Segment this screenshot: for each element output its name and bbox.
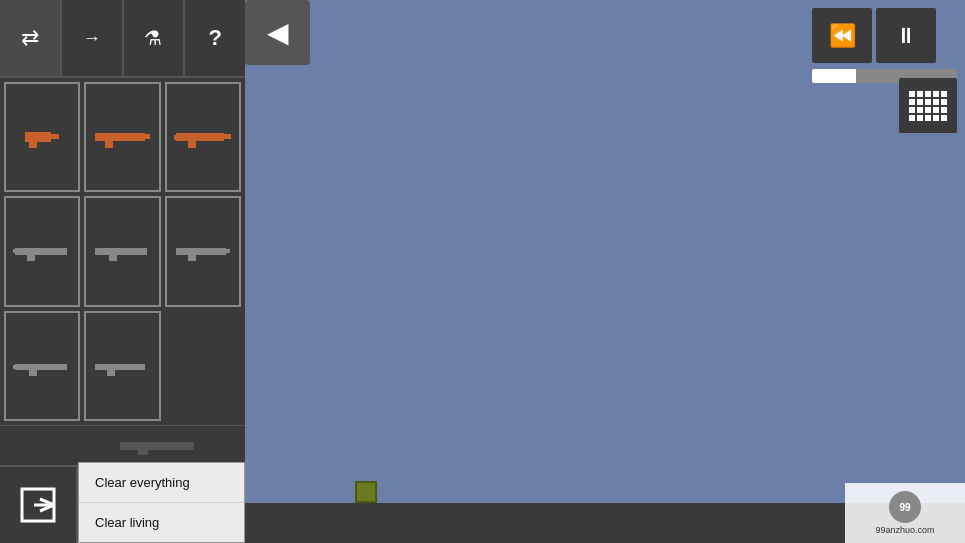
flask-icon: ⚗ — [144, 26, 162, 50]
svg-rect-20 — [13, 365, 17, 369]
svg-rect-8 — [174, 135, 179, 140]
swap-icon: ⇄ — [21, 25, 39, 51]
svg-rect-22 — [107, 370, 115, 376]
rifle-icon-1 — [93, 126, 151, 148]
swap-button[interactable]: ⇄ — [0, 0, 62, 76]
svg-rect-13 — [95, 248, 147, 255]
help-button[interactable]: ? — [185, 0, 245, 76]
grid-toggle-button[interactable] — [899, 78, 957, 133]
svg-rect-2 — [51, 134, 59, 139]
gray-gun-icon-1 — [13, 240, 71, 262]
exit-button[interactable] — [0, 467, 78, 543]
svg-rect-16 — [188, 255, 196, 261]
question-icon: ? — [208, 25, 221, 51]
svg-rect-24 — [138, 450, 148, 455]
svg-rect-14 — [109, 255, 117, 261]
weapon-slot-8[interactable] — [84, 311, 160, 421]
bottom-area: Clear everything Clear living — [0, 465, 245, 543]
watermark-logo: 99 — [889, 491, 921, 523]
watermark: 99 99anzhuo.com — [845, 483, 965, 543]
selected-gun-icon — [118, 437, 198, 455]
gray-gun-icon-5 — [93, 355, 151, 377]
gray-gun-icon-3 — [174, 240, 232, 262]
svg-rect-12 — [13, 249, 17, 253]
svg-rect-9 — [224, 134, 231, 139]
exit-icon — [20, 487, 56, 523]
svg-rect-18 — [15, 364, 67, 370]
clear-everything-button[interactable]: Clear everything — [79, 463, 244, 503]
svg-rect-19 — [29, 370, 37, 376]
weapon-slot-1[interactable] — [4, 82, 80, 192]
weapon-slot-4[interactable] — [4, 196, 80, 306]
sidebar: ⇄ → ⚗ ? — [0, 0, 245, 543]
selected-weapon-area — [0, 425, 245, 465]
svg-rect-4 — [105, 141, 113, 148]
playback-controls: ⏪ ⏸ — [812, 8, 936, 63]
svg-rect-10 — [15, 248, 67, 255]
rifle-icon-2 — [174, 126, 232, 148]
svg-rect-5 — [145, 134, 150, 139]
back-icon: ◀ — [267, 16, 289, 49]
watermark-text: 99anzhuo.com — [875, 525, 934, 535]
player-character — [355, 481, 377, 503]
weapon-slot-3[interactable] — [165, 82, 241, 192]
back-button[interactable]: ◀ — [245, 0, 310, 65]
pause-button[interactable]: ⏸ — [876, 8, 936, 63]
clear-living-button[interactable]: Clear living — [79, 503, 244, 542]
context-menu: Clear everything Clear living — [78, 462, 245, 543]
weapon-slot-6[interactable] — [165, 196, 241, 306]
svg-rect-7 — [188, 141, 196, 148]
svg-rect-11 — [27, 255, 35, 261]
rewind-button[interactable]: ⏪ — [812, 8, 872, 63]
svg-rect-0 — [25, 132, 51, 142]
gray-gun-icon-2 — [93, 240, 151, 262]
svg-rect-21 — [95, 364, 145, 370]
grid-icon — [909, 91, 947, 121]
weapon-grid — [0, 78, 245, 425]
progress-bar — [812, 69, 856, 83]
pistol-icon — [23, 126, 61, 148]
arrow-icon: → — [83, 28, 101, 49]
svg-rect-17 — [226, 249, 230, 253]
svg-rect-6 — [176, 133, 224, 141]
weapon-slot-5[interactable] — [84, 196, 160, 306]
svg-rect-23 — [120, 442, 194, 450]
arrow-button[interactable]: → — [62, 0, 124, 76]
weapon-slot-7[interactable] — [4, 311, 80, 421]
flask-button[interactable]: ⚗ — [124, 0, 186, 76]
svg-rect-1 — [29, 142, 37, 148]
svg-rect-3 — [95, 133, 145, 141]
toolbar: ⇄ → ⚗ ? — [0, 0, 245, 78]
gray-gun-icon-4 — [13, 355, 71, 377]
svg-rect-15 — [176, 248, 226, 255]
weapon-slot-2[interactable] — [84, 82, 160, 192]
